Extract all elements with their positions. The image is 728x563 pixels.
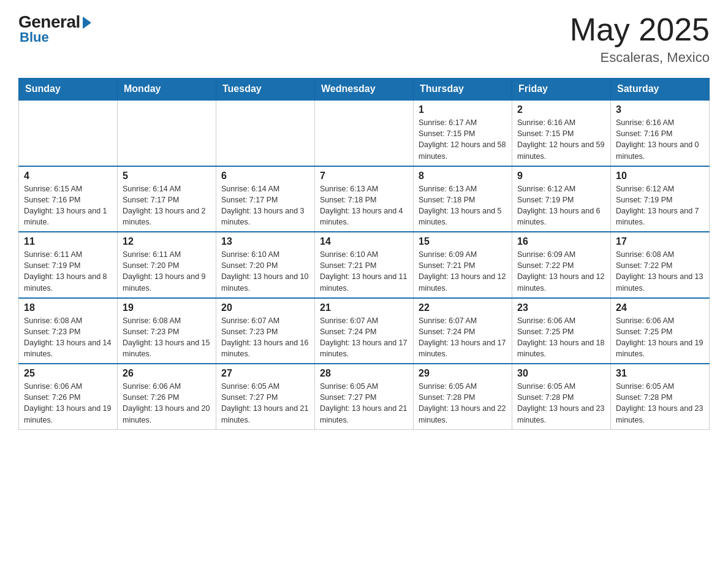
month-year-title: May 2025 [570, 12, 710, 47]
day-cell [315, 100, 414, 166]
day-info: Sunrise: 6:06 AMSunset: 7:26 PMDaylight:… [123, 381, 211, 426]
day-cell: 7Sunrise: 6:13 AMSunset: 7:18 PMDaylight… [315, 166, 414, 232]
day-info: Sunrise: 6:10 AMSunset: 7:21 PMDaylight:… [320, 249, 408, 294]
col-wednesday: Wednesday [315, 79, 414, 101]
day-number: 3 [616, 104, 704, 115]
day-number: 29 [419, 368, 507, 379]
day-cell: 14Sunrise: 6:10 AMSunset: 7:21 PMDayligh… [315, 232, 414, 298]
col-saturday: Saturday [611, 79, 710, 101]
col-monday: Monday [118, 79, 216, 101]
week-row-1: 1Sunrise: 6:17 AMSunset: 7:15 PMDaylight… [19, 100, 710, 166]
day-info: Sunrise: 6:05 AMSunset: 7:28 PMDaylight:… [419, 381, 507, 426]
col-friday: Friday [512, 79, 611, 101]
day-cell [216, 100, 315, 166]
day-number: 27 [221, 368, 309, 379]
day-info: Sunrise: 6:05 AMSunset: 7:28 PMDaylight:… [616, 381, 704, 426]
day-cell: 24Sunrise: 6:06 AMSunset: 7:25 PMDayligh… [611, 298, 710, 364]
day-cell: 10Sunrise: 6:12 AMSunset: 7:19 PMDayligh… [611, 166, 710, 232]
day-number: 8 [419, 170, 507, 182]
day-info: Sunrise: 6:17 AMSunset: 7:15 PMDaylight:… [419, 117, 507, 162]
day-number: 31 [616, 368, 704, 379]
day-number: 30 [517, 368, 605, 379]
day-number: 22 [419, 302, 507, 313]
day-number: 2 [517, 104, 605, 115]
day-cell: 16Sunrise: 6:09 AMSunset: 7:22 PMDayligh… [512, 232, 611, 298]
day-cell: 18Sunrise: 6:08 AMSunset: 7:23 PMDayligh… [19, 298, 118, 364]
day-cell: 25Sunrise: 6:06 AMSunset: 7:26 PMDayligh… [19, 364, 118, 429]
day-number: 6 [221, 170, 309, 182]
day-number: 13 [221, 236, 309, 247]
week-row-5: 25Sunrise: 6:06 AMSunset: 7:26 PMDayligh… [19, 364, 710, 429]
day-cell: 15Sunrise: 6:09 AMSunset: 7:21 PMDayligh… [414, 232, 512, 298]
col-sunday: Sunday [19, 79, 118, 101]
day-cell: 17Sunrise: 6:08 AMSunset: 7:22 PMDayligh… [611, 232, 710, 298]
calendar-table: Sunday Monday Tuesday Wednesday Thursday… [18, 78, 710, 430]
day-number: 14 [320, 236, 408, 247]
day-cell: 31Sunrise: 6:05 AMSunset: 7:28 PMDayligh… [611, 364, 710, 429]
day-cell: 13Sunrise: 6:10 AMSunset: 7:20 PMDayligh… [216, 232, 315, 298]
day-cell: 27Sunrise: 6:05 AMSunset: 7:27 PMDayligh… [216, 364, 315, 429]
day-info: Sunrise: 6:16 AMSunset: 7:16 PMDaylight:… [616, 117, 704, 162]
day-cell: 8Sunrise: 6:13 AMSunset: 7:18 PMDaylight… [414, 166, 512, 232]
day-info: Sunrise: 6:15 AMSunset: 7:16 PMDaylight:… [24, 183, 112, 228]
day-info: Sunrise: 6:07 AMSunset: 7:24 PMDaylight:… [419, 315, 507, 360]
day-number: 18 [24, 302, 112, 313]
day-number: 10 [616, 170, 704, 182]
title-block: May 2025 Escaleras, Mexico [570, 12, 710, 66]
day-cell: 23Sunrise: 6:06 AMSunset: 7:25 PMDayligh… [512, 298, 611, 364]
day-info: Sunrise: 6:10 AMSunset: 7:20 PMDaylight:… [221, 249, 309, 294]
day-cell: 6Sunrise: 6:14 AMSunset: 7:17 PMDaylight… [216, 166, 315, 232]
day-cell: 22Sunrise: 6:07 AMSunset: 7:24 PMDayligh… [414, 298, 512, 364]
day-cell: 19Sunrise: 6:08 AMSunset: 7:23 PMDayligh… [118, 298, 216, 364]
day-cell: 20Sunrise: 6:07 AMSunset: 7:23 PMDayligh… [216, 298, 315, 364]
day-number: 4 [24, 170, 112, 182]
day-info: Sunrise: 6:13 AMSunset: 7:18 PMDaylight:… [320, 183, 408, 228]
day-number: 5 [123, 170, 211, 182]
week-row-2: 4Sunrise: 6:15 AMSunset: 7:16 PMDaylight… [19, 166, 710, 232]
day-number: 17 [616, 236, 704, 247]
day-number: 15 [419, 236, 507, 247]
day-info: Sunrise: 6:14 AMSunset: 7:17 PMDaylight:… [123, 183, 211, 228]
day-info: Sunrise: 6:12 AMSunset: 7:19 PMDaylight:… [616, 183, 704, 228]
day-info: Sunrise: 6:09 AMSunset: 7:21 PMDaylight:… [419, 249, 507, 294]
day-info: Sunrise: 6:11 AMSunset: 7:20 PMDaylight:… [123, 249, 211, 294]
logo-arrow-icon [83, 17, 91, 29]
day-number: 21 [320, 302, 408, 313]
day-info: Sunrise: 6:06 AMSunset: 7:26 PMDaylight:… [24, 381, 112, 426]
day-number: 24 [616, 302, 704, 313]
day-cell: 5Sunrise: 6:14 AMSunset: 7:17 PMDaylight… [118, 166, 216, 232]
day-cell: 12Sunrise: 6:11 AMSunset: 7:20 PMDayligh… [118, 232, 216, 298]
day-cell: 9Sunrise: 6:12 AMSunset: 7:19 PMDaylight… [512, 166, 611, 232]
day-cell: 3Sunrise: 6:16 AMSunset: 7:16 PMDaylight… [611, 100, 710, 166]
day-number: 19 [123, 302, 211, 313]
day-cell: 28Sunrise: 6:05 AMSunset: 7:27 PMDayligh… [315, 364, 414, 429]
day-info: Sunrise: 6:05 AMSunset: 7:27 PMDaylight:… [320, 381, 408, 426]
calendar-header: Sunday Monday Tuesday Wednesday Thursday… [19, 79, 710, 101]
col-tuesday: Tuesday [216, 79, 315, 101]
day-number: 23 [517, 302, 605, 313]
day-cell: 29Sunrise: 6:05 AMSunset: 7:28 PMDayligh… [414, 364, 512, 429]
day-number: 1 [419, 104, 507, 115]
day-number: 12 [123, 236, 211, 247]
day-number: 11 [24, 236, 112, 247]
week-row-4: 18Sunrise: 6:08 AMSunset: 7:23 PMDayligh… [19, 298, 710, 364]
day-cell [19, 100, 118, 166]
page-header: General Blue May 2025 Escaleras, Mexico [18, 12, 710, 66]
day-cell: 30Sunrise: 6:05 AMSunset: 7:28 PMDayligh… [512, 364, 611, 429]
day-info: Sunrise: 6:08 AMSunset: 7:23 PMDaylight:… [24, 315, 112, 360]
day-number: 26 [123, 368, 211, 379]
day-info: Sunrise: 6:12 AMSunset: 7:19 PMDaylight:… [517, 183, 605, 228]
col-thursday: Thursday [414, 79, 512, 101]
day-number: 9 [517, 170, 605, 182]
day-info: Sunrise: 6:16 AMSunset: 7:15 PMDaylight:… [517, 117, 605, 162]
day-info: Sunrise: 6:11 AMSunset: 7:19 PMDaylight:… [24, 249, 112, 294]
day-info: Sunrise: 6:05 AMSunset: 7:27 PMDaylight:… [221, 381, 309, 426]
day-info: Sunrise: 6:14 AMSunset: 7:17 PMDaylight:… [221, 183, 309, 228]
day-cell: 4Sunrise: 6:15 AMSunset: 7:16 PMDaylight… [19, 166, 118, 232]
calendar-body: 1Sunrise: 6:17 AMSunset: 7:15 PMDaylight… [19, 100, 710, 429]
day-info: Sunrise: 6:08 AMSunset: 7:22 PMDaylight:… [616, 249, 704, 294]
day-info: Sunrise: 6:06 AMSunset: 7:25 PMDaylight:… [616, 315, 704, 360]
day-number: 7 [320, 170, 408, 182]
week-row-3: 11Sunrise: 6:11 AMSunset: 7:19 PMDayligh… [19, 232, 710, 298]
day-info: Sunrise: 6:05 AMSunset: 7:28 PMDaylight:… [517, 381, 605, 426]
